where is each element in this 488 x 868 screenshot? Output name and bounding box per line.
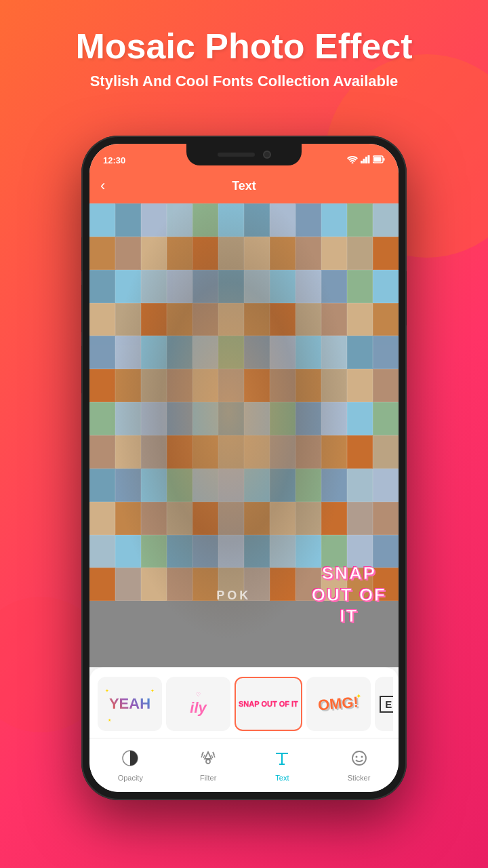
nav-label-sticker: Sticker: [348, 774, 371, 782]
sticker-item-snap[interactable]: SNAP OUT OF IT: [235, 677, 302, 731]
ily-heart-top: ♡: [196, 692, 201, 698]
back-button[interactable]: ‹: [100, 177, 105, 195]
yeah-container: ✦ ✦ ★ YEAH: [105, 690, 155, 718]
phone-body: 12:30: [81, 136, 407, 800]
app-title: Text: [232, 179, 256, 193]
svg-rect-4: [368, 155, 370, 163]
error-text: ERROR: [380, 696, 393, 713]
notch: [186, 144, 302, 165]
svg-rect-1: [361, 161, 363, 163]
nav-item-opacity[interactable]: Opacity: [118, 749, 143, 782]
status-icons: [347, 150, 385, 165]
nav-item-sticker[interactable]: Sticker: [348, 749, 371, 782]
phone-screen: 12:30: [89, 144, 399, 792]
yeah-text: YEAH: [108, 692, 152, 715]
sticker-item-error[interactable]: ERROR: [375, 677, 393, 731]
text-icon: [273, 749, 291, 771]
svg-point-18: [361, 755, 363, 757]
phone-mockup: 12:30: [81, 136, 407, 800]
sticker-item-yeah[interactable]: ✦ ✦ ★ YEAH: [98, 677, 162, 731]
svg-point-17: [355, 755, 357, 757]
sticker-item-ily[interactable]: ♡ ily: [166, 677, 230, 731]
promo-subtitle: Stylish And Cool Fonts Collection Availa…: [20, 71, 468, 92]
svg-rect-6: [384, 158, 385, 161]
ily-text: ily: [190, 699, 206, 717]
nav-label-text: Text: [275, 774, 289, 782]
app-header: ‹ Text: [89, 168, 399, 203]
svg-rect-2: [363, 159, 365, 163]
svg-point-9: [206, 760, 210, 764]
svg-rect-3: [365, 157, 367, 163]
nav-label-filter: Filter: [200, 774, 216, 782]
omg-container: OMG! ✦: [318, 695, 359, 713]
snap-text-overlay[interactable]: SNAPOUT OFIT: [312, 563, 386, 627]
star-decoration: ★: [108, 717, 111, 722]
sticker-item-omg[interactable]: OMG! ✦: [306, 677, 371, 731]
volume-down-button: [81, 346, 82, 393]
bottom-nav: Opacity F: [89, 738, 399, 792]
filter-icon: [199, 749, 217, 771]
svg-point-16: [352, 751, 366, 765]
mute-button: [81, 237, 82, 271]
notch-camera: [263, 151, 271, 159]
pok-text-overlay[interactable]: POK: [216, 589, 251, 603]
notch-speaker: [218, 153, 255, 157]
svg-rect-7: [374, 157, 382, 162]
svg-point-0: [352, 162, 354, 163]
promo-title: Mosaic Photo Effect: [20, 27, 468, 66]
promo-header: Mosaic Photo Effect Stylish And Cool Fon…: [0, 0, 488, 106]
opacity-icon: [121, 749, 139, 771]
status-time: 12:30: [103, 150, 125, 165]
power-button: [406, 271, 407, 326]
wifi-icon: [347, 155, 358, 165]
ily-container: ♡ ily: [190, 692, 206, 717]
photo-canvas[interactable]: SNAPOUT OFIT POK: [89, 203, 399, 667]
nav-item-filter[interactable]: Filter: [199, 749, 217, 782]
snap-text: SNAP OUT OF IT: [236, 696, 301, 711]
battery-icon: [373, 155, 385, 165]
omg-text: OMG!: [317, 693, 359, 714]
nav-label-opacity: Opacity: [118, 774, 143, 782]
nav-item-text[interactable]: Text: [273, 749, 291, 782]
volume-up-button: [81, 285, 82, 332]
sticker-icon: [350, 749, 368, 771]
signal-icon: [361, 155, 370, 165]
sticker-row: ✦ ✦ ★ YEAH ♡ ily: [95, 677, 393, 731]
sticker-panel: ✦ ✦ ★ YEAH ♡ ily: [89, 667, 399, 738]
star-decoration: ✦: [356, 692, 361, 700]
